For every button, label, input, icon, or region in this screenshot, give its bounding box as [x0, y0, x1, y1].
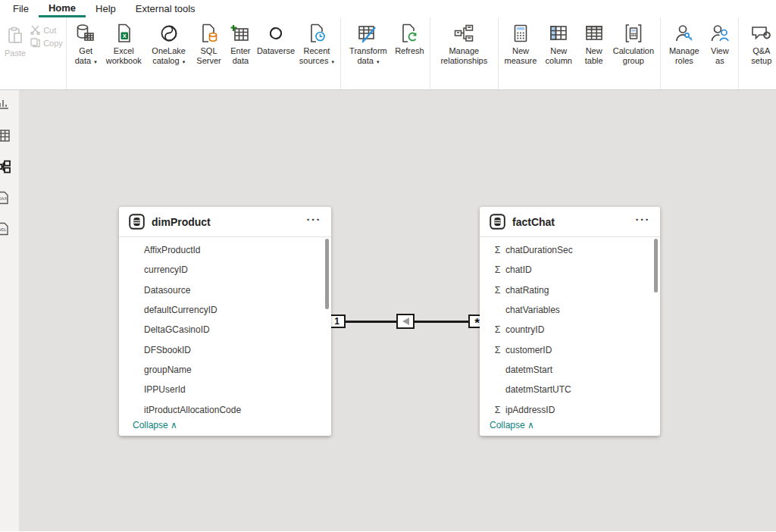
ribbon-group-clipboard: Paste Cut Copy	[0, 17, 67, 89]
copy-icon	[30, 38, 40, 48]
dax-query-view-icon[interactable]: DAX	[0, 190, 11, 205]
field-row[interactable]: AffixProductId	[119, 240, 331, 260]
field-row[interactable]: ΣcustomerID	[480, 340, 660, 359]
field-row[interactable]: ΣchatRating	[480, 280, 660, 300]
field-row[interactable]: defaultCurrencyID	[119, 300, 331, 320]
sigma-icon: Σ	[490, 285, 505, 296]
transform-data-button[interactable]: Transform data ▾	[344, 19, 393, 68]
svg-text:MDL: MDL	[0, 228, 7, 232]
more-options-icon[interactable]: ···	[307, 216, 322, 228]
table-scrollbar[interactable]	[654, 239, 658, 293]
table-card-dimproduct[interactable]: dimProduct ··· AffixProductId currencyID…	[119, 207, 331, 436]
table-icon	[129, 214, 145, 230]
ribbon-group-calculations: New measure New column New table	[499, 17, 661, 89]
onelake-icon	[158, 21, 180, 45]
svg-text:DAX: DAX	[0, 196, 7, 201]
copy-button[interactable]: Copy	[30, 38, 63, 48]
sigma-icon: Σ	[490, 345, 505, 355]
sigma-icon: Σ	[490, 264, 505, 275]
field-row[interactable]: DFSbookID	[119, 340, 331, 359]
paste-button[interactable]: Paste	[3, 19, 27, 61]
table-icon	[490, 214, 505, 230]
report-view-icon[interactable]	[0, 97, 11, 112]
tab-home[interactable]: Home	[39, 0, 86, 17]
more-options-icon[interactable]: ···	[636, 216, 651, 228]
relationship-filter-direction[interactable]	[396, 314, 415, 329]
excel-workbook-button[interactable]: X Excel workbook	[102, 19, 146, 68]
onelake-catalog-button[interactable]: OneLake catalog ▾	[146, 19, 192, 68]
field-row[interactable]: ΣipAddressID	[480, 399, 660, 419]
table-icon	[584, 21, 605, 45]
field-row[interactable]: IPPUserId	[119, 380, 331, 399]
person-key-icon	[674, 21, 695, 45]
transform-data-icon	[357, 21, 380, 45]
chevron-down-icon: ▾	[377, 59, 380, 64]
table-title: factChat	[512, 216, 555, 228]
field-row[interactable]: chatVariables	[480, 300, 660, 320]
manage-relationships-icon	[453, 21, 474, 45]
table-view-icon[interactable]	[0, 128, 11, 143]
collapse-link[interactable]: Collapse ∧	[490, 420, 534, 430]
cut-button[interactable]: Cut	[30, 25, 63, 35]
calculation-group-icon	[623, 21, 644, 45]
chevron-down-icon: ▾	[331, 59, 334, 64]
new-column-button[interactable]: New column	[540, 19, 577, 68]
dataverse-button[interactable]: Dataverse	[255, 19, 296, 58]
field-row[interactable]: groupName	[119, 360, 331, 380]
table-header[interactable]: factChat ···	[480, 207, 660, 237]
field-row[interactable]: DeltaGCasinoID	[119, 320, 331, 340]
ribbon-tab-bar: File Home Help External tools	[0, 0, 776, 17]
get-data-button[interactable]: Get data ▾	[70, 19, 102, 68]
recent-sources-button[interactable]: Recent sources ▾	[296, 19, 337, 68]
field-row[interactable]: currencyID	[119, 260, 331, 280]
table-header[interactable]: dimProduct ···	[119, 207, 331, 237]
refresh-icon	[399, 21, 420, 45]
qa-setup-icon	[750, 21, 773, 45]
tab-file[interactable]: File	[3, 1, 39, 17]
tab-help[interactable]: Help	[86, 1, 126, 17]
paste-icon	[5, 23, 25, 48]
new-measure-button[interactable]: New measure	[502, 19, 540, 68]
field-row[interactable]: ΣchatID	[480, 260, 660, 280]
calculation-group-button[interactable]: Calculation group	[610, 19, 657, 68]
view-as-button[interactable]: View as	[705, 19, 735, 68]
chevron-up-icon: ∧	[527, 420, 534, 430]
field-row[interactable]: datetmStart	[480, 360, 660, 380]
ribbon-group-security: Manage roles View as	[661, 17, 739, 89]
manage-relationships-button[interactable]: Manage relationships	[433, 19, 495, 68]
new-table-button[interactable]: New table	[577, 19, 610, 68]
table-scrollbar[interactable]	[325, 239, 329, 309]
table-card-factchat[interactable]: factChat ··· ΣchatDurationSec ΣchatID Σc…	[480, 207, 660, 436]
field-row[interactable]: Datasource	[119, 280, 331, 300]
field-row[interactable]: itProductAllocationCode	[119, 399, 331, 419]
field-list: AffixProductId currencyID Datasource def…	[119, 237, 331, 420]
refresh-button[interactable]: Refresh	[393, 19, 427, 58]
field-row[interactable]: ΣchatDurationSec	[480, 240, 660, 260]
model-view-icon[interactable]	[0, 159, 11, 174]
field-list: ΣchatDurationSec ΣchatID ΣchatRating cha…	[480, 237, 660, 420]
tmdl-view-icon[interactable]: MDL	[0, 221, 11, 236]
model-canvas: 1 * dimProduct ··· AffixProductId cu	[19, 90, 776, 531]
sql-server-button[interactable]: SQL Server	[192, 19, 226, 68]
model-view-workspace: DAX MDL 1 *	[0, 90, 776, 531]
field-row[interactable]: ΣcountryID	[480, 320, 660, 340]
qa-setup-button[interactable]: Q&A setup	[742, 19, 776, 68]
recent-sources-icon	[306, 21, 327, 45]
manage-roles-button[interactable]: Manage roles	[664, 19, 705, 68]
collapse-link[interactable]: Collapse ∧	[133, 420, 177, 430]
ribbon-group-qa: Q&A setup	[739, 17, 776, 89]
database-icon	[75, 21, 96, 45]
svg-text:X: X	[123, 33, 127, 39]
table-column-icon	[548, 21, 569, 45]
person-view-icon	[709, 21, 731, 45]
enter-data-button[interactable]: Enter data	[226, 19, 255, 68]
ribbon-group-queries: Transform data ▾ Refresh	[341, 17, 430, 89]
sql-server-icon	[199, 21, 220, 45]
sigma-icon: Σ	[490, 324, 505, 335]
tab-external-tools[interactable]: External tools	[126, 1, 205, 17]
field-row[interactable]: datetmStartUTC	[480, 380, 660, 399]
sigma-icon: Σ	[490, 405, 505, 415]
ribbon-group-data: Get data ▾ X Excel workbook OneLake cata…	[67, 17, 341, 89]
ribbon-group-relationships: Manage relationships	[430, 17, 499, 89]
sigma-icon: Σ	[490, 245, 505, 255]
